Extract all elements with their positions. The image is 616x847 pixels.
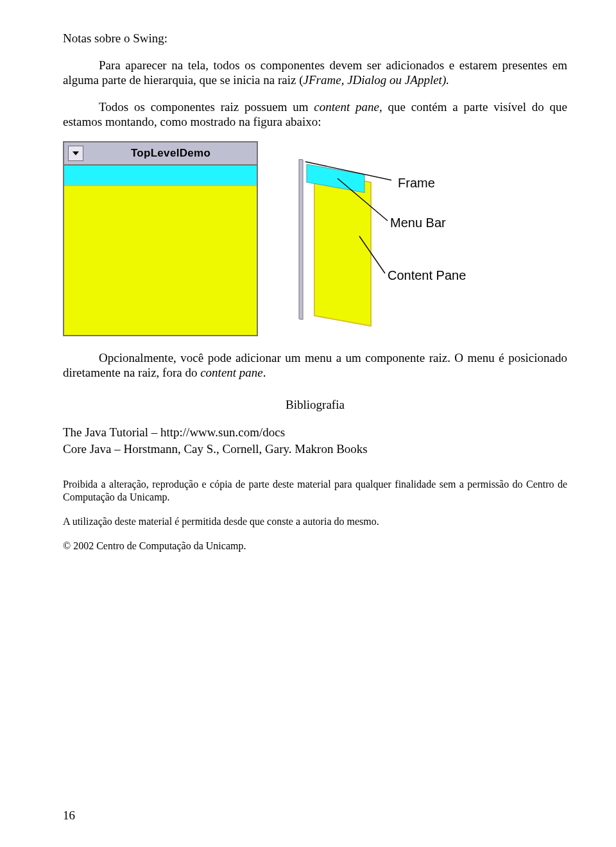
mock-window: TopLevelDemo <box>63 141 258 336</box>
paragraph-1: Para aparecer na tela, todos os componen… <box>63 58 567 88</box>
legal-text-1: Proibida a alteração, reprodução e cópia… <box>63 478 567 504</box>
bibliography-heading: Bibliografia <box>63 397 567 413</box>
figure-svg <box>282 159 391 345</box>
system-menu-icon <box>68 146 83 161</box>
text-run-italic: content pane <box>200 366 263 379</box>
figure: TopLevelDemo Frame Menu Bar Content Pane <box>63 141 567 336</box>
section-title: Notas sobre o Swing: <box>63 31 567 46</box>
label-menu-bar: Menu Bar <box>390 216 446 230</box>
text-run-italic: content pane <box>314 100 379 114</box>
svg-marker-2 <box>299 159 303 320</box>
mock-content-pane <box>64 186 257 335</box>
document-page: Notas sobre o Swing: Para aparecer na te… <box>0 0 616 552</box>
figure-labels: Frame Menu Bar Content Pane <box>282 141 526 334</box>
bibliography-item-2: Core Java – Horstmann, Cay S., Cornell, … <box>63 441 567 457</box>
copyright-text: © 2002 Centro de Computação da Unicamp. <box>63 540 567 552</box>
label-frame: Frame <box>398 176 435 191</box>
text-run: . <box>263 366 266 379</box>
legal-text-2: A utilização deste material é permitida … <box>63 515 567 528</box>
bibliography-item-1: The Java Tutorial – http://www.sun.com/d… <box>63 425 567 440</box>
page-number: 16 <box>63 809 75 823</box>
mock-menubar <box>64 166 257 186</box>
mock-titlebar: TopLevelDemo <box>64 142 257 166</box>
paragraph-3: Opcionalmente, você pode adicionar um me… <box>63 350 567 381</box>
svg-marker-0 <box>314 172 371 326</box>
paragraph-2: Todos os componentes raiz possuem um con… <box>63 99 567 130</box>
text-run: Todos os componentes raiz possuem um <box>99 100 314 114</box>
text-run-italic: JFrame, JDialog ou JApplet). <box>304 73 449 87</box>
label-content-pane: Content Pane <box>388 268 466 283</box>
window-title: TopLevelDemo <box>89 147 253 160</box>
text-run: Opcionalmente, você pode adicionar um me… <box>63 351 567 380</box>
